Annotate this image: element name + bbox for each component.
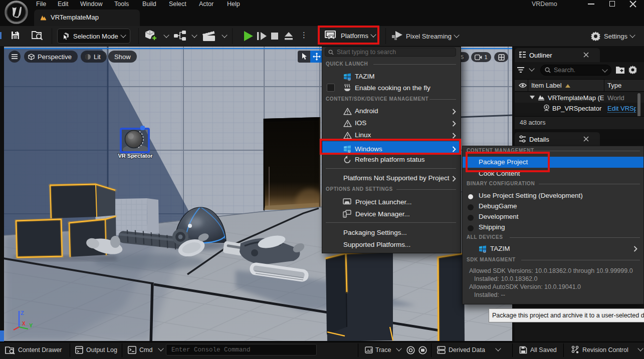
svg-text:VR Spectator: VR Spectator — [118, 153, 153, 159]
svg-text:u: u — [348, 77, 350, 81]
svg-text:u: u — [483, 249, 486, 253]
svg-text:Y: Y — [29, 322, 33, 328]
svg-text:X: X — [22, 321, 26, 326]
svg-text:Z: Z — [21, 310, 24, 316]
